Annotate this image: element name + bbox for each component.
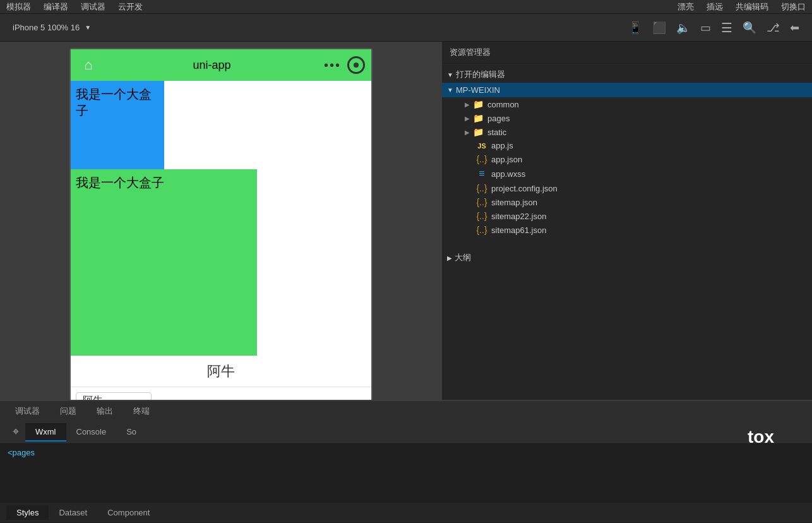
dataset-tab[interactable]: Dataset — [49, 505, 97, 520]
blue-row: 我是一个大盒子 — [71, 81, 371, 169]
subtab-console[interactable]: Console — [66, 423, 117, 442]
top-menu-bar: 模拟器 编译器 调试器 云开发 漂亮 插远 共编辑码 切换口 — [0, 0, 812, 14]
item-label-appjson: app.json — [491, 155, 522, 164]
js-file-icon: JS — [476, 142, 487, 150]
tree-item-sitemap22[interactable]: {..} sitemap22.json — [442, 209, 812, 223]
wxss-file-icon: ≡ — [476, 168, 487, 179]
menu-item-plug[interactable]: 插远 — [707, 1, 723, 13]
device-selector[interactable]: iPhone 5 100% 16 ▼ — [13, 23, 91, 32]
tree-item-common[interactable]: ▶ 📁 common — [442, 97, 812, 111]
menu-item-cloud[interactable]: 云开发 — [118, 1, 143, 13]
tree-item-projectconfig[interactable]: {..} project.config.json — [442, 181, 812, 195]
folder-orange-icon: 📁 — [472, 113, 484, 123]
json-file2-icon: {..} — [476, 183, 487, 193]
explorer-title: 资源管理器 — [450, 47, 491, 57]
component-tab[interactable]: Component — [97, 505, 160, 520]
tree-item-sitemap[interactable]: {..} sitemap.json — [442, 195, 812, 209]
tree-item-appwxss[interactable]: ≡ app.wxss — [442, 166, 812, 181]
json-file-icon: {..} — [476, 154, 487, 164]
layout-icon[interactable]: ▭ — [700, 21, 711, 35]
item-label-appjs: app.js — [491, 141, 513, 150]
blue-box: 我是一个大盒子 — [71, 81, 164, 169]
json-file4-icon: {..} — [476, 211, 487, 221]
menu-item-compiler[interactable]: 编译器 — [44, 1, 68, 13]
menu-item-nice[interactable]: 漂亮 — [678, 1, 694, 13]
styles-tab[interactable]: Styles — [6, 505, 49, 520]
project-label: MP-WEIXIN — [456, 85, 500, 95]
tab-debugger[interactable]: 调试器 — [6, 403, 49, 419]
chevron-right-icon: ▶ — [465, 101, 470, 108]
main-area: ⌂ uni-app ••• 我是一个大盒子 我是一个大盒子 — [0, 42, 812, 400]
outline-label: 大纲 — [455, 252, 471, 263]
chevron-right-outline-icon: ▶ — [447, 255, 452, 262]
tree-item-appjs[interactable]: JS app.js — [442, 139, 812, 152]
bottom-subtabs: ⌖ Wxml Console So — [0, 421, 812, 444]
bottom-tabs: 调试器 问题 输出 终端 — [0, 401, 812, 421]
branch-icon[interactable]: ⎇ — [767, 21, 780, 35]
green-box-text: 我是一个大盒子 — [76, 174, 164, 191]
toolbar: iPhone 5 100% 16 ▼ 📱 ⬛ 🔈 ▭ ☰ 🔍 ⎇ ⬅ — [0, 14, 812, 42]
tree-item-static[interactable]: ▶ 📁 static — [442, 125, 812, 139]
phone-panel: ⌂ uni-app ••• 我是一个大盒子 我是一个大盒子 — [0, 42, 442, 400]
bottom-panel: 调试器 问题 输出 终端 ⌖ Wxml Console So <pages St… — [0, 400, 812, 523]
folder-orange2-icon: 📁 — [472, 127, 484, 137]
stop-icon[interactable]: ⬛ — [652, 21, 666, 35]
chevron-right-icon: ▶ — [465, 129, 470, 136]
open-editors-label: 打开的编辑器 — [456, 69, 505, 80]
outline-section[interactable]: ▶ 大纲 — [442, 249, 812, 266]
list-icon[interactable]: ☰ — [721, 20, 732, 35]
device-label: iPhone 5 100% 16 — [13, 23, 80, 32]
item-label-sitemap: sitemap.json — [491, 198, 537, 207]
back-icon[interactable]: ⬅ — [790, 21, 799, 35]
open-editors-section[interactable]: ▼ 打开的编辑器 — [442, 66, 812, 83]
right-panel: 资源管理器 ▼ 打开的编辑器 ▼ MP-WEIXIN ▶ 📁 common ▶ — [442, 42, 812, 400]
blue-box-text: 我是一个大盒子 — [76, 86, 159, 119]
footer-input-section — [71, 387, 371, 400]
json-file5-icon: {..} — [476, 225, 487, 235]
footer-input[interactable] — [76, 392, 152, 400]
menu-item-collab[interactable]: 共编辑码 — [736, 1, 768, 13]
tree-item-sitemap61[interactable]: {..} sitemap61.json — [442, 223, 812, 237]
phone-header: ⌂ uni-app ••• — [71, 49, 371, 81]
subtab-wxml[interactable]: Wxml — [25, 423, 66, 442]
subtab-cursor[interactable]: ⌖ — [6, 424, 25, 441]
search-icon[interactable]: 🔍 — [743, 21, 756, 35]
item-label-static: static — [487, 128, 506, 137]
chevron-down-icon: ▼ — [85, 24, 91, 31]
volume-icon[interactable]: 🔈 — [676, 21, 690, 35]
json-file3-icon: {..} — [476, 197, 487, 207]
menu-item-switch[interactable]: 切换口 — [781, 1, 806, 13]
menu-item-simulator[interactable]: 模拟器 — [6, 1, 31, 13]
footer-text-section: 阿牛 — [71, 356, 371, 387]
bottom-content-text: <pages — [8, 448, 35, 457]
tab-issues[interactable]: 问题 — [51, 403, 85, 419]
bottom-content: <pages — [0, 444, 812, 503]
item-label-pages: pages — [487, 114, 510, 123]
project-section[interactable]: ▼ MP-WEIXIN — [442, 83, 812, 97]
phone-icon[interactable]: 📱 — [628, 21, 642, 35]
item-label-appwxss: app.wxss — [491, 169, 525, 179]
tab-terminal[interactable]: 终端 — [124, 403, 158, 419]
green-row: 我是一个大盒子 — [71, 169, 371, 356]
phone-title: uni-app — [100, 59, 324, 72]
item-label-sitemap22: sitemap22.json — [491, 212, 546, 221]
phone-frame: ⌂ uni-app ••• 我是一个大盒子 我是一个大盒子 — [69, 48, 373, 400]
item-label-sitemap61: sitemap61.json — [491, 225, 546, 235]
tree-item-appjson[interactable]: {..} app.json — [442, 152, 812, 166]
tab-output[interactable]: 输出 — [88, 403, 122, 419]
item-label-projectconfig: project.config.json — [491, 184, 558, 193]
item-label-common: common — [487, 100, 519, 109]
tree-item-pages[interactable]: ▶ 📁 pages — [442, 111, 812, 125]
camera-icon — [347, 56, 365, 74]
tox-label: tox — [748, 427, 774, 447]
menu-item-debugger[interactable]: 调试器 — [81, 1, 105, 13]
chevron-down-icon: ▼ — [447, 87, 453, 93]
bottom-bottom-tabs: Styles Dataset Component — [0, 503, 812, 523]
more-dots-icon[interactable]: ••• — [324, 58, 341, 73]
explorer-header: 资源管理器 — [442, 42, 812, 64]
subtab-so[interactable]: So — [116, 423, 146, 442]
explorer-content: ▼ 打开的编辑器 ▼ MP-WEIXIN ▶ 📁 common ▶ 📁 page… — [442, 64, 812, 400]
footer-text: 阿牛 — [207, 362, 235, 381]
folder-icon: 📁 — [472, 99, 484, 109]
toolbar-actions: 📱 ⬛ 🔈 ▭ ☰ 🔍 ⎇ ⬅ — [628, 20, 799, 35]
